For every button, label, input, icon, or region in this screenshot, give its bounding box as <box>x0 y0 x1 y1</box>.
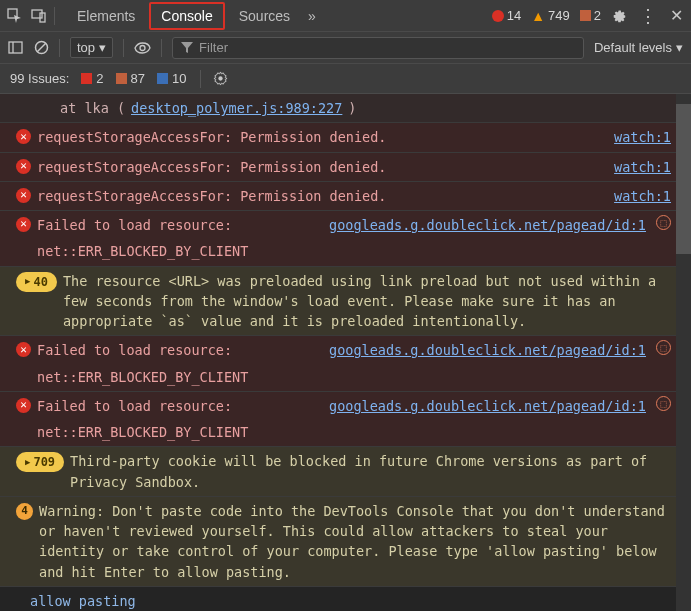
error-icon: ✕ <box>16 398 31 413</box>
console-warning-row: 40 The resource <URL> was preloaded usin… <box>0 267 691 337</box>
svg-point-7 <box>140 45 145 50</box>
svg-point-8 <box>219 76 223 80</box>
echo-text: allow pasting <box>30 591 136 611</box>
error-icon: ✕ <box>16 159 31 174</box>
issues-bar: 99 Issues: 2 87 10 <box>0 64 691 94</box>
repeat-count-badge[interactable]: 4 <box>16 503 33 520</box>
filter-placeholder: Filter <box>199 40 228 55</box>
warning-message: Warning: Don't paste code into the DevTo… <box>39 501 671 582</box>
context-label: top <box>77 40 95 55</box>
warning-message: Third-party cookie will be blocked in fu… <box>70 451 671 492</box>
settings-gear-icon[interactable] <box>611 7 629 25</box>
kebab-menu-icon[interactable]: ⋮ <box>639 7 657 25</box>
console-toolbar: top ▾ Filter Default levels ▾ <box>0 32 691 64</box>
svg-line-6 <box>37 43 46 52</box>
sidebar-toggle-icon[interactable] <box>8 40 24 56</box>
console-warning-row: 709 Third-party cookie will be blocked i… <box>0 447 691 497</box>
source-link[interactable]: googleads.g.doubleclick.net/pagead/id:1 <box>329 215 646 235</box>
source-link[interactable]: watch:1 <box>614 127 671 147</box>
divider <box>161 39 162 57</box>
error-icon: ✕ <box>16 188 31 203</box>
tab-elements[interactable]: Elements <box>65 2 147 30</box>
source-link[interactable]: desktop_polymer.js:989:227 <box>131 98 342 118</box>
console-error-row: ✕ Failed to load resource: googleads.g.d… <box>0 336 691 392</box>
divider <box>59 39 60 57</box>
error-message: requestStorageAccessFor: Permission deni… <box>37 127 608 147</box>
live-expression-icon[interactable] <box>134 42 151 54</box>
source-link[interactable]: watch:1 <box>614 186 671 206</box>
errors-badge[interactable]: 14 <box>492 8 521 23</box>
divider <box>54 7 55 25</box>
more-tabs-button[interactable]: » <box>304 2 320 30</box>
error-message: Failed to load resource: <box>37 340 232 360</box>
info-badge[interactable]: 2 <box>580 8 601 23</box>
context-selector[interactable]: top ▾ <box>70 37 113 58</box>
error-message: requestStorageAccessFor: Permission deni… <box>37 157 608 177</box>
panel-tabs: Elements Console Sources » <box>65 2 320 30</box>
warning-message: The resource <URL> was preloaded using l… <box>63 271 671 332</box>
source-link[interactable]: watch:1 <box>614 157 671 177</box>
console-error-row: ✕ requestStorageAccessFor: Permission de… <box>0 182 691 211</box>
levels-label: Default levels <box>594 40 672 55</box>
issues-blue[interactable]: 10 <box>157 71 186 86</box>
error-detail: net::ERR_BLOCKED_BY_CLIENT <box>16 422 671 442</box>
close-icon[interactable]: ✕ <box>667 7 685 25</box>
scrollbar-thumb[interactable] <box>676 104 691 254</box>
devtools-main-toolbar: Elements Console Sources » 14 ▲749 2 ⋮ ✕ <box>0 0 691 32</box>
console-error-row: ✕ requestStorageAccessFor: Permission de… <box>0 123 691 152</box>
error-detail: net::ERR_BLOCKED_BY_CLIENT <box>16 367 671 387</box>
issues-red[interactable]: 2 <box>81 71 103 86</box>
clear-console-icon[interactable] <box>34 40 49 55</box>
issues-orange[interactable]: 87 <box>116 71 145 86</box>
extension-icon: ⬚ <box>656 340 671 355</box>
console-warning-row: 4 Warning: Don't paste code into the Dev… <box>0 497 691 587</box>
device-toggle-icon[interactable] <box>30 7 48 25</box>
error-icon: ✕ <box>16 342 31 357</box>
source-link[interactable]: googleads.g.doubleclick.net/pagead/id:1 <box>329 396 646 416</box>
error-message: Failed to load resource: <box>37 215 232 235</box>
issues-label[interactable]: 99 Issues: <box>10 71 69 86</box>
console-input-echo: allow pasting <box>0 587 691 611</box>
warnings-badge[interactable]: ▲749 <box>531 8 570 24</box>
tab-sources[interactable]: Sources <box>227 2 302 30</box>
log-levels-selector[interactable]: Default levels ▾ <box>594 40 683 55</box>
error-icon: ✕ <box>16 217 31 232</box>
extension-icon: ⬚ <box>656 215 671 230</box>
stack-trace-line: at lka (desktop_polymer.js:989:227) <box>0 94 691 123</box>
settings-gear-icon[interactable] <box>213 71 228 86</box>
divider <box>200 70 201 88</box>
error-icon: ✕ <box>16 129 31 144</box>
chevron-down-icon: ▾ <box>676 40 683 55</box>
chevron-down-icon: ▾ <box>99 40 106 55</box>
inspect-icon[interactable] <box>6 7 24 25</box>
divider <box>123 39 124 57</box>
error-message: requestStorageAccessFor: Permission deni… <box>37 186 608 206</box>
console-error-row: ✕ Failed to load resource: googleads.g.d… <box>0 392 691 448</box>
repeat-count-badge[interactable]: 709 <box>16 452 64 472</box>
scrollbar-track[interactable] <box>676 94 691 611</box>
source-link[interactable]: googleads.g.doubleclick.net/pagead/id:1 <box>329 340 646 360</box>
extension-icon: ⬚ <box>656 396 671 411</box>
filter-input[interactable]: Filter <box>172 37 584 59</box>
console-error-row: ✕ requestStorageAccessFor: Permission de… <box>0 153 691 182</box>
console-error-row: ✕ Failed to load resource: googleads.g.d… <box>0 211 691 267</box>
filter-icon <box>181 42 193 54</box>
tab-console[interactable]: Console <box>149 2 224 30</box>
error-message: Failed to load resource: <box>37 396 232 416</box>
error-detail: net::ERR_BLOCKED_BY_CLIENT <box>16 241 671 261</box>
repeat-count-badge[interactable]: 40 <box>16 272 57 292</box>
console-messages: at lka (desktop_polymer.js:989:227) ✕ re… <box>0 94 691 611</box>
toolbar-right: 14 ▲749 2 ⋮ ✕ <box>492 7 685 25</box>
svg-rect-3 <box>9 42 22 53</box>
